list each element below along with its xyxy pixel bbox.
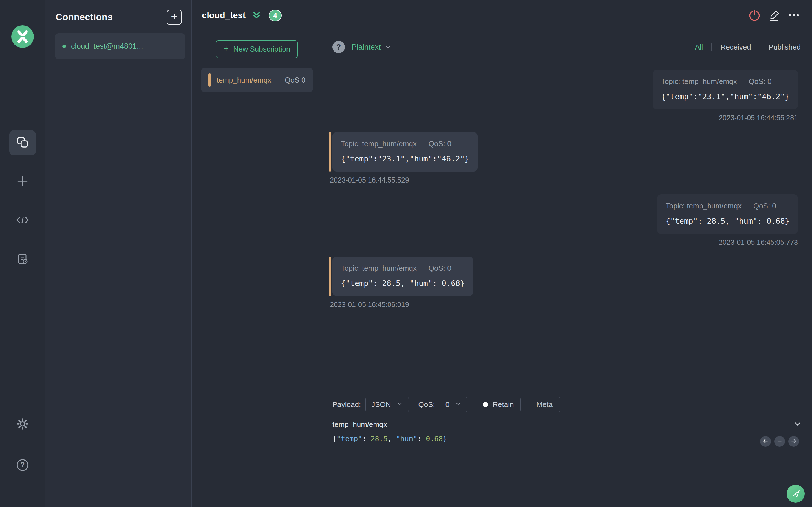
message-filter-tabs: All Received Published	[695, 43, 801, 52]
payload-token: "temp"	[337, 435, 362, 443]
message-meta: Topic: temp_hum/emqx QoS: 0	[341, 264, 465, 273]
retain-dot-icon	[483, 402, 488, 407]
message-payload: {"temp":"23.1","hum":"46.2"}	[661, 92, 790, 101]
send-button[interactable]	[786, 485, 805, 503]
sidebar-item-new-connection[interactable]	[9, 169, 36, 194]
qos-value: 0	[446, 400, 449, 409]
collapse-editor-icon[interactable]	[794, 420, 802, 428]
payload-format-dropdown[interactable]: JSON	[365, 397, 409, 412]
help-icon: ?	[16, 458, 29, 473]
qos-label: QoS:	[418, 400, 435, 409]
message-meta: Topic: temp_hum/emqx QoS: 0	[341, 139, 469, 148]
message-timestamp: 2023-01-05 16:45:05:773	[719, 238, 798, 246]
message-wrap: Topic: temp_hum/emqx QoS: 0 {"temp": 28.…	[329, 257, 473, 296]
plus-icon: +	[171, 10, 177, 23]
message-timestamp: 2023-01-05 16:44:55:529	[329, 176, 409, 184]
next-message-button[interactable]	[788, 436, 799, 447]
payload-format-value: JSON	[371, 400, 391, 409]
chevron-down-icon[interactable]	[384, 43, 392, 51]
collapse-history-button[interactable]	[774, 436, 785, 447]
connections-icon	[16, 135, 29, 150]
subscriptions-column: + New Subscription temp_hum/emqx QoS 0	[192, 31, 322, 507]
publish-topic-row: temp_hum/emqx	[333, 420, 801, 429]
app-window: ? Connections + cloud_test@m4801... clou…	[0, 0, 812, 507]
message-topic: Topic: temp_hum/emqx	[341, 139, 417, 148]
payload-token: {	[333, 435, 337, 443]
payload-format-select[interactable]: Plaintext	[352, 43, 381, 52]
format-help-icon[interactable]: ?	[333, 41, 345, 53]
paper-plane-icon	[790, 488, 801, 500]
collapse-double-chevron-icon[interactable]	[252, 11, 261, 20]
settings-button[interactable]	[9, 412, 36, 437]
new-subscription-button[interactable]: + New Subscription	[216, 40, 298, 58]
connection-topbar: cloud_test 4	[192, 0, 812, 31]
qos-dropdown[interactable]: 0	[440, 397, 467, 412]
message-color-bar	[329, 132, 331, 172]
svg-text:?: ?	[20, 461, 24, 469]
app-logo-icon	[11, 25, 34, 48]
payload-token: }	[443, 435, 447, 443]
power-icon	[748, 9, 761, 22]
subscription-count-badge: 4	[269, 10, 282, 21]
edit-connection-button[interactable]	[767, 9, 781, 22]
main-body: + New Subscription temp_hum/emqx QoS 0 ?…	[192, 31, 812, 507]
message-card[interactable]: Topic: temp_hum/emqx QoS: 0 {"temp":"23.…	[653, 70, 798, 109]
connection-name: cloud_test@m4801...	[71, 42, 143, 51]
subscription-qos: QoS 0	[285, 76, 306, 84]
sidebar-item-script[interactable]	[9, 208, 36, 233]
tab-received[interactable]: Received	[720, 43, 751, 52]
new-subscription-label: New Subscription	[233, 45, 290, 54]
messages-column: ? Plaintext All Received Published	[322, 31, 812, 507]
help-button[interactable]: ?	[9, 453, 36, 478]
subscription-item[interactable]: temp_hum/emqx QoS 0	[201, 68, 313, 92]
tab-all[interactable]: All	[695, 43, 703, 52]
publish-payload-editor[interactable]: {"temp": 28.5, "hum": 0.68}	[333, 435, 801, 443]
sidebar-bottom-group: ?	[9, 412, 36, 507]
message-wrap: Topic: temp_hum/emqx QoS: 0 {"temp":"23.…	[329, 132, 477, 172]
more-options-button[interactable]	[787, 9, 801, 22]
sidebar-item-log[interactable]	[9, 247, 36, 272]
retain-toggle[interactable]: Retain	[476, 397, 521, 412]
nav-sidebar: ?	[0, 0, 45, 507]
add-connection-button[interactable]: +	[167, 10, 182, 25]
retain-label: Retain	[493, 400, 514, 409]
message-topic: Topic: temp_hum/emqx	[666, 202, 742, 210]
publish-topic-input[interactable]: temp_hum/emqx	[333, 420, 387, 429]
minus-icon	[776, 438, 783, 445]
message-color-bar	[329, 257, 331, 296]
disconnect-button[interactable]	[748, 9, 761, 22]
publish-controls: Payload: JSON QoS: 0	[333, 397, 801, 412]
chevron-down-icon	[397, 400, 403, 409]
payload-token: 0.68	[426, 435, 443, 443]
message-card[interactable]: Topic: temp_hum/emqx QoS: 0 {"temp": 28.…	[333, 257, 473, 296]
prev-message-button[interactable]	[760, 436, 771, 447]
tab-published[interactable]: Published	[769, 43, 801, 52]
plus-icon: +	[223, 44, 229, 53]
message-meta: Topic: temp_hum/emqx QoS: 0	[661, 77, 790, 86]
message-timestamp: 2023-01-05 16:45:06:019	[329, 300, 409, 309]
subscription-topic: temp_hum/emqx	[217, 76, 271, 84]
message-qos: QoS: 0	[428, 264, 451, 273]
message-received: Topic: temp_hum/emqx QoS: 0 {"temp":"23.…	[329, 132, 477, 184]
message-card[interactable]: Topic: temp_hum/emqx QoS: 0 {"temp": 28.…	[657, 194, 798, 234]
tab-separator	[711, 43, 712, 51]
gear-icon	[16, 417, 29, 432]
messages-toolbar: ? Plaintext All Received Published	[322, 31, 812, 63]
message-card[interactable]: Topic: temp_hum/emqx QoS: 0 {"temp":"23.…	[333, 132, 477, 172]
message-qos: QoS: 0	[428, 139, 451, 148]
code-icon	[16, 213, 29, 228]
page-title: cloud_test	[202, 10, 246, 20]
message-meta: Topic: temp_hum/emqx QoS: 0	[666, 202, 790, 210]
message-received: Topic: temp_hum/emqx QoS: 0 {"temp": 28.…	[329, 257, 473, 309]
connection-list-item[interactable]: cloud_test@m4801...	[55, 33, 185, 59]
meta-button[interactable]: Meta	[529, 397, 560, 412]
payload-token: :	[362, 435, 370, 443]
sidebar-item-connections[interactable]	[9, 130, 36, 156]
message-list: Topic: temp_hum/emqx QoS: 0 {"temp":"23.…	[322, 63, 812, 390]
payload-token: "hum"	[396, 435, 417, 443]
plus-icon	[16, 174, 29, 189]
chevron-down-icon	[455, 400, 461, 409]
message-payload: {"temp": 28.5, "hum": 0.68}	[666, 217, 790, 225]
payload-token: 28.5	[370, 435, 388, 443]
message-qos: QoS: 0	[753, 202, 776, 210]
